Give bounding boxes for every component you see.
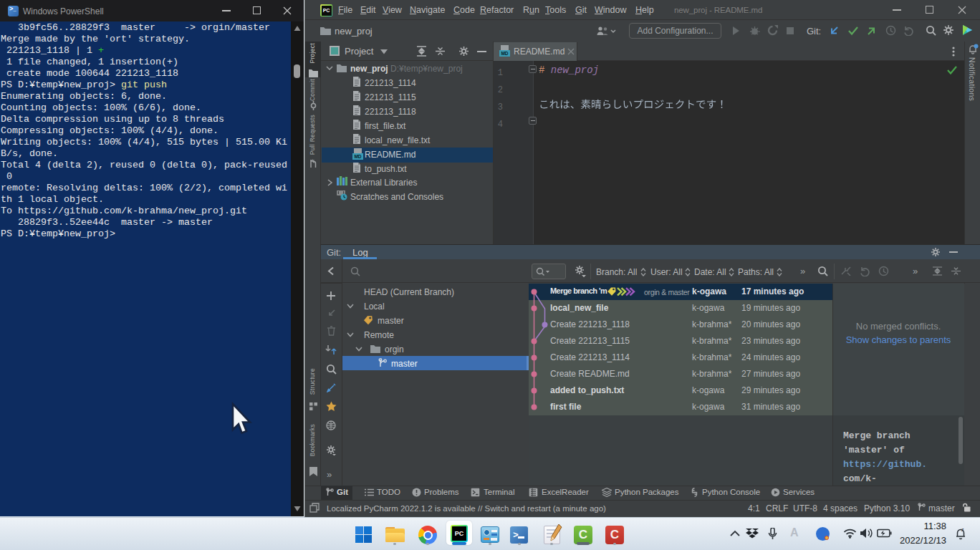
svg-text:z: z: [961, 527, 964, 532]
